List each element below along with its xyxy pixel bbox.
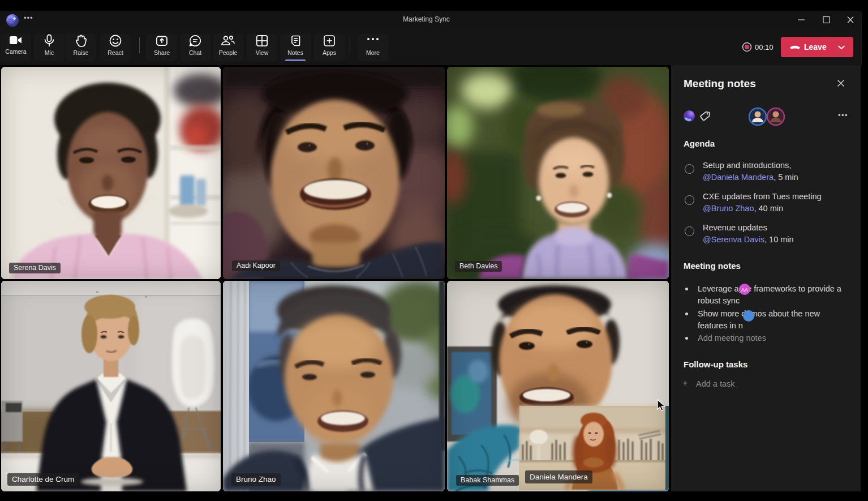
svg-text:AA: AA [741,287,748,293]
